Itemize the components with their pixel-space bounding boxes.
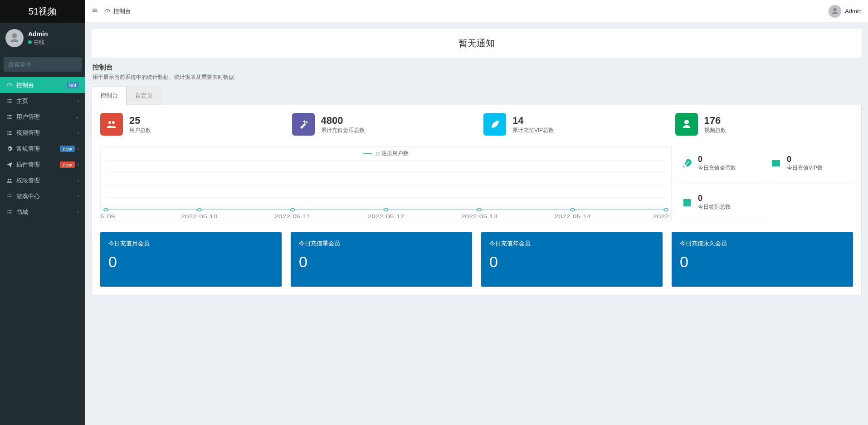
magic-icon <box>298 119 309 130</box>
blue-card-3: 今日充值永久会员0 <box>672 232 853 287</box>
svg-rect-19 <box>685 202 686 204</box>
sidebar-item-1[interactable]: 主页‹ <box>0 93 85 109</box>
stat-number: 14 <box>512 115 554 127</box>
svg-text:05-09: 05-09 <box>101 214 115 219</box>
svg-text:2022-05-10: 2022-05-10 <box>181 214 217 219</box>
stat-card-2: 14累计充值VIP总数 <box>483 113 662 136</box>
svg-text:2022-05-13: 2022-05-13 <box>461 214 497 219</box>
list-icon <box>6 193 13 200</box>
stat-icon-box <box>483 113 506 136</box>
section-header: 控制台 用于展示当前系统中的统计数据、统计报表及重要实时数据 <box>85 58 868 84</box>
mini-stat-label: 今日签到总数 <box>698 203 731 211</box>
svg-point-5 <box>104 208 108 211</box>
search-input[interactable] <box>8 61 84 68</box>
mini-stat-label: 今日充值VIP数 <box>787 164 823 172</box>
blue-card-title: 今日充值季会员 <box>299 239 464 248</box>
svg-text:2022-05-14: 2022-05-14 <box>555 214 591 219</box>
sidebar-item-label: 插件管理 <box>16 161 60 169</box>
mini-stats: 0今日充值金币数0今日充值VIP数0今日签到总数 <box>681 147 853 221</box>
svg-text:2022-05-11: 2022-05-11 <box>274 214 311 219</box>
chevron-left-icon: ‹ <box>78 146 79 151</box>
svg-point-9 <box>291 208 295 211</box>
stat-icon-box <box>675 113 698 136</box>
list-icon <box>6 98 13 104</box>
stat-card-1: 4800累计充值金币总数 <box>292 113 470 136</box>
tabs: 控制台自定义 <box>92 87 862 105</box>
sidebar-item-3[interactable]: 视频管理‹ <box>0 125 85 141</box>
dashboard-icon <box>6 82 13 88</box>
sidebar-item-5[interactable]: 插件管理new‹ <box>0 156 85 172</box>
blue-card-number: 0 <box>680 253 845 271</box>
blue-card-0: 今日充值月会员0 <box>100 232 282 287</box>
users-icon <box>106 119 117 130</box>
svg-text:2022-05: 2022-05 <box>653 214 671 219</box>
mini-stat-0: 0今日充值金币数 <box>681 147 764 182</box>
stat-number: 25 <box>129 115 151 127</box>
blue-card-1: 今日充值季会员0 <box>291 232 472 287</box>
sidebar-item-label: 视频管理 <box>16 129 75 137</box>
tab-body: 25用户总数4800累计充值金币总数14累计充值VIP总数176视频总数 注册用… <box>92 105 862 295</box>
stat-number: 176 <box>704 115 726 127</box>
svg-point-17 <box>664 208 668 211</box>
chart-plot: 05-092022-05-102022-05-112022-05-122022-… <box>101 147 671 221</box>
chevron-left-icon: ‹ <box>78 162 79 167</box>
sidebar-item-0[interactable]: 控制台hot <box>0 77 85 93</box>
plane-icon <box>6 161 13 168</box>
sidebar-item-7[interactable]: 游戏中心‹ <box>0 188 85 204</box>
stat-icon-box <box>292 113 315 136</box>
chart: 注册用户数 05-092022-05-102022-05-112022-05-1… <box>100 147 672 221</box>
sidebar-item-6[interactable]: 权限管理‹ <box>0 172 85 188</box>
svg-point-7 <box>197 208 201 211</box>
mini-stat-2: 0今日签到总数 <box>681 186 764 222</box>
stat-card-0: 25用户总数 <box>100 113 278 136</box>
sidebar-item-4[interactable]: 常规管理new‹ <box>0 141 85 156</box>
stat-card-3: 176视频总数 <box>675 113 853 136</box>
tab-1[interactable]: 自定义 <box>127 87 161 105</box>
chevron-down-icon: ⌄ <box>75 114 79 119</box>
chevron-left-icon: ‹ <box>78 178 79 183</box>
blue-cards-row: 今日充值月会员0今日充值季会员0今日充值年会员0今日充值永久会员0 <box>100 232 853 287</box>
svg-text:2022-05-12: 2022-05-12 <box>368 214 404 219</box>
search-box[interactable] <box>4 57 82 72</box>
sidebar-item-2[interactable]: 用户管理⌄ <box>0 109 85 125</box>
user-icon <box>9 32 20 44</box>
tab-0[interactable]: 控制台 <box>92 87 127 105</box>
brand-logo: 51视频 <box>0 0 85 23</box>
svg-point-11 <box>384 208 388 211</box>
leaf-icon <box>489 119 500 130</box>
sidebar-item-label: 常规管理 <box>16 145 60 153</box>
blue-card-number: 0 <box>108 253 273 271</box>
dashboard-icon <box>104 8 111 15</box>
blue-card-title: 今日充值年会员 <box>489 239 654 248</box>
hamburger-icon <box>92 7 98 14</box>
mini-stat-number: 0 <box>787 155 823 164</box>
list-icon <box>6 209 13 215</box>
cogs-icon <box>6 146 13 152</box>
svg-point-15 <box>571 208 575 211</box>
status-dot-icon <box>28 40 32 44</box>
user-panel[interactable]: Admin 在线 <box>0 23 85 54</box>
avatar <box>829 5 841 18</box>
mini-stat-1: 0今日充值VIP数 <box>770 147 853 182</box>
user-icon <box>831 7 839 15</box>
sidebar-item-label: 用户管理 <box>16 113 73 121</box>
menu-toggle-button[interactable] <box>92 7 98 15</box>
sidebar-item-8[interactable]: 书城‹ <box>0 204 85 220</box>
sidebar-item-label: 权限管理 <box>16 176 75 185</box>
sidebar-item-label: 游戏中心 <box>16 192 75 200</box>
user-name: Admin <box>28 30 48 38</box>
topbar-user[interactable]: Admin <box>829 5 862 18</box>
svg-point-13 <box>478 208 482 211</box>
sidebar-item-label: 主页 <box>16 97 75 105</box>
user-status: 在线 <box>28 39 48 46</box>
user-icon <box>681 119 692 130</box>
main: 控制台 Admin 暂无通知 控制台 用于展示当前系统中的统计数据、统计报表及重… <box>85 0 868 425</box>
idcard-icon <box>770 158 781 169</box>
blue-card-number: 0 <box>489 253 654 271</box>
stat-icon-box <box>100 113 123 136</box>
breadcrumb[interactable]: 控制台 <box>104 7 131 15</box>
stat-label: 累计充值金币总数 <box>321 127 365 134</box>
badge: hot <box>67 82 79 88</box>
notice-bar: 暂无通知 <box>92 29 862 58</box>
notice-text: 暂无通知 <box>102 37 851 49</box>
